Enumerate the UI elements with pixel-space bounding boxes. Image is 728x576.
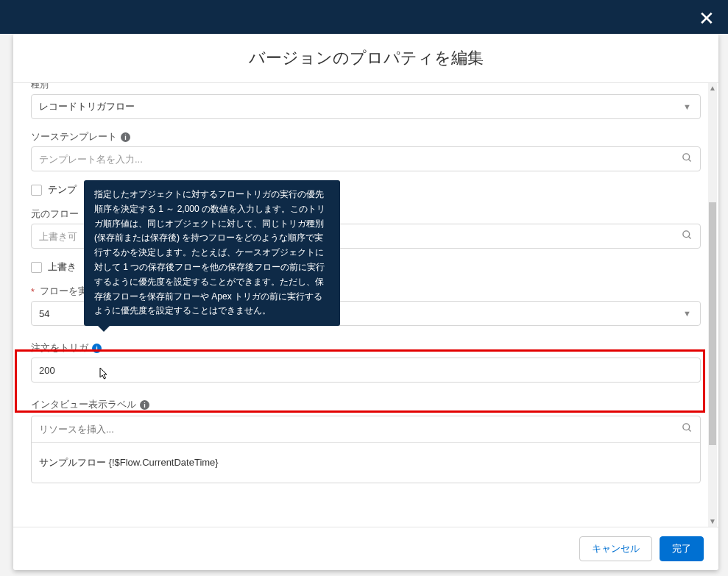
scrollbar-track[interactable]: ▲ ▼ xyxy=(708,83,717,527)
chevron-down-icon: ▼ xyxy=(683,102,691,111)
required-star: * xyxy=(31,287,35,297)
chevron-down-icon: ▼ xyxy=(683,309,691,318)
type-value: レコードトリガフロー xyxy=(39,100,135,113)
svg-line-1 xyxy=(688,159,690,161)
svg-line-5 xyxy=(688,429,690,431)
edit-version-properties-modal: バージョンのプロパティを編集 種別 レコードトリガフロー ▼ ソーステンプレート… xyxy=(13,34,718,570)
interview-label-label: インタビュー表示ラベル i xyxy=(31,399,701,411)
done-button[interactable]: 完了 xyxy=(660,536,704,561)
search-icon xyxy=(682,422,693,436)
source-template-input[interactable] xyxy=(39,154,682,165)
trigger-order-value: 200 xyxy=(39,365,55,376)
scrollbar-thumb[interactable] xyxy=(709,202,716,445)
tooltip-pointer xyxy=(97,325,110,332)
info-icon[interactable]: i xyxy=(121,132,130,142)
search-icon xyxy=(682,230,693,243)
info-icon[interactable]: i xyxy=(140,400,149,410)
modal-title: バージョンのプロパティを編集 xyxy=(13,34,718,82)
template-checkbox[interactable] xyxy=(31,185,42,196)
interview-label-editor: サンプルフロー {!$Flow.CurrentDateTime} xyxy=(31,416,701,483)
source-template-label: ソーステンプレート i xyxy=(31,131,701,143)
scroll-down-icon[interactable]: ▼ xyxy=(708,516,717,527)
overwrite-checkbox-label: 上書き xyxy=(48,260,77,274)
svg-point-0 xyxy=(683,154,690,160)
type-label: 種別 xyxy=(31,82,701,91)
scroll-up-icon[interactable]: ▲ xyxy=(708,83,717,93)
type-dropdown[interactable]: レコードトリガフロー ▼ xyxy=(31,94,701,119)
resource-insert-input[interactable] xyxy=(39,424,682,435)
svg-line-3 xyxy=(688,236,690,238)
overwrite-checkbox[interactable] xyxy=(31,262,42,273)
source-template-search[interactable] xyxy=(31,146,701,171)
modal-body: 種別 レコードトリガフロー ▼ ソーステンプレート i テンプ 元のフロー xyxy=(13,82,718,527)
trigger-order-label: 注文をトリガ i xyxy=(31,342,701,355)
modal-header-bar: ✕ xyxy=(0,0,728,34)
resource-insert-row[interactable] xyxy=(32,416,700,443)
close-icon[interactable]: ✕ xyxy=(699,7,715,30)
info-icon[interactable]: i xyxy=(92,344,102,353)
svg-point-4 xyxy=(683,424,690,430)
search-icon xyxy=(682,152,693,166)
api-version-value: 54 xyxy=(39,308,49,319)
modal-footer: キャンセル 完了 xyxy=(13,527,718,570)
interview-label-content[interactable]: サンプルフロー {!$Flow.CurrentDateTime} xyxy=(32,443,700,483)
template-checkbox-label: テンプ xyxy=(48,183,77,196)
cancel-button[interactable]: キャンセル xyxy=(579,536,652,561)
svg-point-2 xyxy=(683,231,690,238)
trigger-order-tooltip: 指定したオブジェクトに対するフロートリガの実行の優先順序を決定する 1 ～ 2,… xyxy=(84,180,340,326)
trigger-order-input[interactable]: 200 xyxy=(31,358,701,383)
